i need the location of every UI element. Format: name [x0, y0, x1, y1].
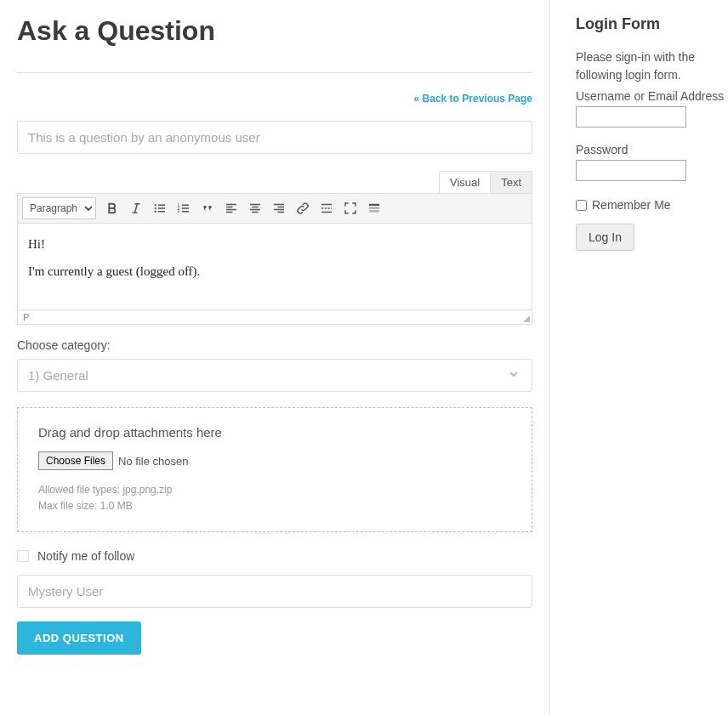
tab-visual[interactable]: Visual	[439, 171, 491, 193]
editor-content[interactable]: Hi! I'm currently a guest (logged off).	[17, 224, 532, 310]
question-title-input[interactable]	[17, 121, 532, 154]
resize-handle-icon[interactable]	[523, 315, 530, 322]
editor-path: P	[23, 312, 29, 322]
category-label: Choose category:	[17, 338, 532, 352]
back-link[interactable]: « Back to Previous Page	[414, 93, 532, 105]
insert-readmore-icon[interactable]	[316, 197, 338, 219]
remember-checkbox[interactable]	[576, 200, 587, 211]
numbered-list-icon[interactable]: 123	[173, 197, 195, 219]
login-title: Login Form	[576, 15, 728, 33]
toolbar-toggle-icon[interactable]	[363, 197, 385, 219]
editor-line: Hi!	[28, 234, 521, 254]
username-label: Username or Email Address	[576, 89, 728, 103]
attachment-dropzone[interactable]: Drag and drop attachments here Choose Fi…	[17, 407, 532, 532]
svg-point-2	[155, 211, 156, 213]
tab-text[interactable]: Text	[490, 171, 532, 193]
align-right-icon[interactable]	[268, 197, 290, 219]
svg-rect-7	[369, 207, 379, 209]
remember-label: Remember Me	[592, 198, 671, 212]
svg-point-1	[155, 207, 156, 209]
login-username-input[interactable]	[576, 106, 686, 128]
username-input[interactable]	[17, 575, 532, 608]
login-button[interactable]: Log In	[576, 224, 634, 251]
bulleted-list-icon[interactable]	[149, 197, 171, 219]
align-left-icon[interactable]	[220, 197, 242, 219]
format-select[interactable]: Paragraph	[22, 197, 96, 219]
page-title: Ask a Question	[17, 15, 532, 47]
editor-toolbar: Paragraph 123	[17, 193, 532, 224]
svg-rect-8	[369, 210, 379, 212]
editor-tabs: Visual Text	[17, 171, 532, 193]
editor-status-bar: P	[17, 310, 532, 325]
bold-icon[interactable]	[101, 197, 123, 219]
main-content: Ask a Question « Back to Previous Page V…	[0, 0, 550, 715]
choose-files-button[interactable]: Choose Files	[38, 451, 113, 470]
link-icon[interactable]	[292, 197, 314, 219]
italic-icon[interactable]	[125, 197, 147, 219]
file-hint-size: Max file size: 1.0 MB	[38, 498, 511, 514]
svg-rect-6	[369, 204, 379, 206]
password-label: Password	[576, 143, 728, 156]
login-sidebar: Login Form Please sign-in with the follo…	[550, 0, 728, 715]
category-select[interactable]	[17, 359, 532, 392]
svg-point-0	[155, 204, 156, 206]
align-center-icon[interactable]	[244, 197, 266, 219]
login-intro: Please sign-in with the following login …	[576, 48, 728, 84]
editor-line: I'm currently a guest (logged off).	[28, 261, 521, 281]
fullscreen-icon[interactable]	[339, 197, 361, 219]
file-status: No file chosen	[118, 455, 188, 468]
blockquote-icon[interactable]	[196, 197, 219, 219]
file-hint-types: Allowed file types: jpg,png,zip	[38, 482, 511, 498]
back-link-container: « Back to Previous Page	[17, 90, 532, 105]
add-question-button[interactable]: ADD QUESTION	[17, 621, 141, 655]
notify-checkbox[interactable]	[17, 550, 29, 562]
svg-text:3: 3	[178, 209, 180, 213]
notify-label: Notify me of follow	[37, 549, 134, 563]
divider	[17, 72, 532, 73]
notify-row: Notify me of follow	[17, 549, 532, 563]
dropzone-title: Drag and drop attachments here	[38, 425, 511, 440]
login-password-input[interactable]	[576, 160, 686, 181]
